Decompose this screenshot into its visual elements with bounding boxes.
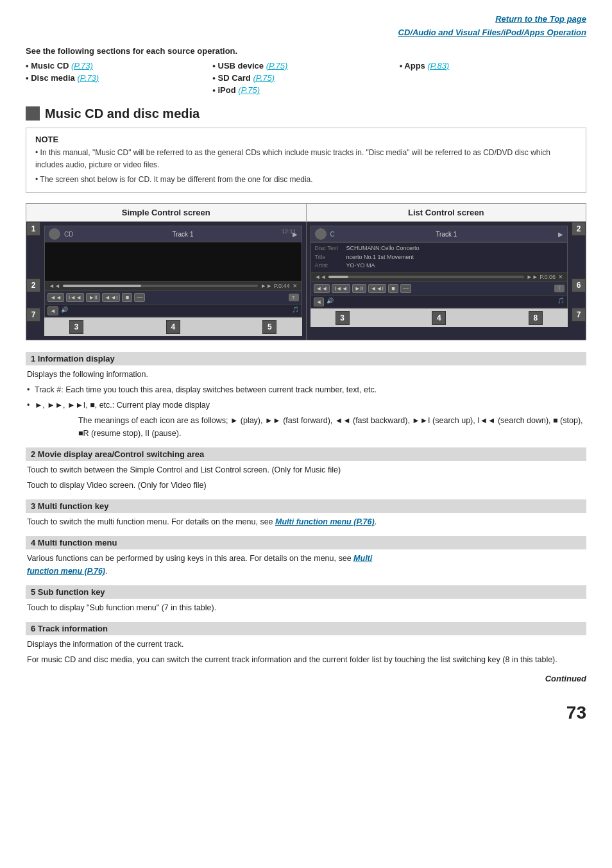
right-btn-dash[interactable]: — bbox=[400, 284, 411, 293]
desc-3: 3 Multi function key Touch to switch the… bbox=[26, 499, 586, 528]
continued-label: Continued bbox=[26, 674, 586, 683]
top-links: Return to the Top page CD/Audio and Visu… bbox=[26, 13, 586, 40]
desc-4: 4 Multi function menu Various functions … bbox=[26, 536, 586, 578]
right-btn-prev[interactable]: I◄◄ bbox=[332, 284, 350, 293]
left-track-label: Track 1 bbox=[77, 231, 288, 238]
badge-3: 3 bbox=[69, 320, 83, 334]
desc-5: 5 Sub function key Touch to display "Sub… bbox=[26, 585, 586, 614]
badge-4-right: 4 bbox=[432, 311, 446, 325]
badge-8-cell: 8 bbox=[504, 309, 568, 327]
badge-1: 1 bbox=[26, 222, 40, 236]
source-sdcard-link[interactable]: (P.75) bbox=[253, 73, 275, 83]
left-sound-icon[interactable]: T bbox=[289, 294, 299, 301]
badge-5-cell: 5 bbox=[237, 318, 302, 336]
section-title: Music CD and disc media bbox=[45, 106, 200, 121]
left-screen-content: 1 2 7 CD Track 1 ▶ 12:11 ◄◄ bbox=[26, 222, 306, 340]
right-topbar: C Track 1 ▶ bbox=[311, 226, 568, 242]
inforow-disc-text: Disc Text SCHUMANN:Cello Concerto bbox=[315, 244, 564, 253]
desc-2-header: 2 Movie display area/Control switching a… bbox=[26, 447, 586, 461]
badge-6: 6 bbox=[572, 278, 586, 292]
left-btn-rewind[interactable]: ◄◄ bbox=[47, 293, 64, 302]
desc-3-header: 3 Multi function key bbox=[26, 499, 586, 513]
left-multikey-row[interactable]: ◄ 🔊 🎵 bbox=[45, 304, 302, 317]
right-btn-next[interactable]: ◄◄I bbox=[368, 284, 386, 293]
return-top-link[interactable]: Return to the Top page bbox=[495, 14, 586, 24]
right-screen-ui: C Track 1 ▶ Disc Text SCHUMANN:Cello Con… bbox=[310, 226, 568, 308]
source-music-cd: • Music CD (P.73) bbox=[26, 61, 212, 71]
badge-2-left: 2 bbox=[26, 278, 40, 292]
sources-table: • Music CD (P.73) • Disc media (P.73) • … bbox=[26, 61, 586, 95]
section-link[interactable]: CD/Audio and Visual Files/iPod/Apps Oper… bbox=[398, 28, 587, 37]
sources-col-2: • USB device (P.75) • SD Card (P.75) • i… bbox=[212, 61, 399, 95]
desc-6: 6 Track information Displays the informa… bbox=[26, 622, 586, 666]
left-screen-ui: CD Track 1 ▶ 12:11 ◄◄ ►► P.0:44 ✕ ◄◄ I◄◄ bbox=[44, 226, 302, 317]
source-sdcard: • SD Card (P.75) bbox=[212, 73, 399, 83]
right-inforows: Disc Text SCHUMANN:Cello Concerto Title … bbox=[311, 242, 568, 272]
left-time: 12:11 bbox=[282, 228, 296, 235]
left-controls[interactable]: ◄◄ I◄◄ ►II ◄◄I ■ — T bbox=[45, 290, 302, 304]
right-btn-stop[interactable]: ■ bbox=[388, 284, 398, 293]
left-progress: ◄◄ ►► P.0:44 ✕ bbox=[45, 281, 302, 290]
sources-col-1: • Music CD (P.73) • Disc media (P.73) bbox=[26, 61, 212, 95]
source-ipod-link[interactable]: (P.75) bbox=[238, 85, 260, 95]
right-cd-icon bbox=[315, 228, 327, 240]
badge-3r-cell: 3 bbox=[310, 309, 375, 327]
note-line-1: • In this manual, "Music CD" will be ref… bbox=[35, 147, 577, 187]
right-progress-time: ►► P.0:06 bbox=[527, 274, 556, 280]
desc-4-header: 4 Multi function menu bbox=[26, 536, 586, 549]
desc-1-header: 1 Information display bbox=[26, 352, 586, 365]
desc-5-body: Touch to display "Sub function menu" (7 … bbox=[26, 601, 586, 614]
right-controls[interactable]: ◄◄ I◄◄ ►II ◄◄I ■ — T bbox=[311, 281, 568, 295]
desc-5-header: 5 Sub function key bbox=[26, 585, 586, 599]
intro-instruction: See the following sections for each sour… bbox=[26, 46, 586, 56]
source-music-cd-link[interactable]: (P.73) bbox=[71, 61, 93, 71]
source-apps-link[interactable]: (P.83) bbox=[427, 61, 449, 71]
desc-1: 1 Information display Displays the follo… bbox=[26, 352, 586, 440]
music-cd-icon bbox=[26, 106, 40, 121]
note-bullet-2: • The screen shot below is for CD. It ma… bbox=[35, 174, 577, 186]
desc-2-body: Touch to switch between the Simple Contr… bbox=[26, 463, 586, 492]
left-video-area[interactable] bbox=[45, 242, 302, 281]
left-btn-next[interactable]: ◄◄I bbox=[102, 293, 120, 302]
desc-2: 2 Movie display area/Control switching a… bbox=[26, 447, 586, 492]
right-btn-rewind[interactable]: ◄◄ bbox=[314, 284, 330, 293]
right-sound-icon[interactable]: T bbox=[554, 285, 565, 292]
left-topbar: CD Track 1 ▶ 12:11 bbox=[45, 226, 302, 242]
source-apps: • Apps (P.83) bbox=[400, 61, 586, 71]
left-multikey-1[interactable]: ◄ bbox=[47, 306, 58, 315]
mfm-link-2[interactable]: Multifunction menu (P.76) bbox=[27, 554, 372, 576]
source-usb: • USB device (P.75) bbox=[212, 61, 399, 71]
left-btn-playpause[interactable]: ►II bbox=[86, 293, 100, 302]
right-btn-playpause[interactable]: ►II bbox=[352, 284, 366, 293]
badge-8: 8 bbox=[529, 311, 543, 325]
mfm-link-1[interactable]: Multi function menu (P.76) bbox=[275, 517, 375, 526]
desc-3-body: Touch to switch the multi function menu.… bbox=[26, 515, 586, 528]
screens-titles-row: Simple Control screen List Control scree… bbox=[26, 204, 586, 222]
badge-5: 5 bbox=[262, 320, 276, 334]
desc-6-header: 6 Track information bbox=[26, 622, 586, 635]
left-btn-prev[interactable]: I◄◄ bbox=[66, 293, 84, 302]
badge-4r-cell: 4 bbox=[375, 309, 504, 327]
section-title-bar: Music CD and disc media bbox=[26, 106, 586, 121]
left-progress-time: ►► P.0:44 bbox=[260, 283, 289, 289]
left-bottom-badges: 3 4 5 bbox=[44, 317, 302, 336]
desc-6-body: Displays the information of the current … bbox=[26, 638, 586, 666]
right-track-label: Track 1 bbox=[339, 231, 554, 238]
badge-4-cell: 4 bbox=[108, 318, 237, 336]
inforow-artist: Artist YO-YO MA bbox=[315, 262, 564, 271]
left-progress-bar bbox=[63, 285, 258, 287]
right-screen-title: List Control screen bbox=[306, 204, 586, 221]
source-usb-link[interactable]: (P.75) bbox=[266, 61, 288, 71]
left-btn-stop[interactable]: ■ bbox=[122, 293, 132, 302]
badge-4: 4 bbox=[166, 320, 180, 334]
right-screen-content: 2 6 7 C Track 1 ▶ Disc Text SCHUMANN:Cel… bbox=[306, 222, 586, 340]
source-disc-media-link[interactable]: (P.73) bbox=[77, 73, 99, 83]
source-disc-media: • Disc media (P.73) bbox=[26, 73, 212, 83]
note-bullet-1: • In this manual, "Music CD" will be ref… bbox=[35, 147, 577, 171]
right-multikey-row[interactable]: ◄ 🔊 🎵 bbox=[311, 295, 568, 308]
inforow-title: Title ncerto No.1 1st Movement bbox=[315, 253, 564, 262]
badge-2-right: 2 bbox=[572, 222, 586, 236]
right-multikey-1[interactable]: ◄ bbox=[314, 297, 325, 306]
badge-3-cell: 3 bbox=[44, 318, 108, 336]
left-btn-dash[interactable]: — bbox=[134, 293, 145, 302]
